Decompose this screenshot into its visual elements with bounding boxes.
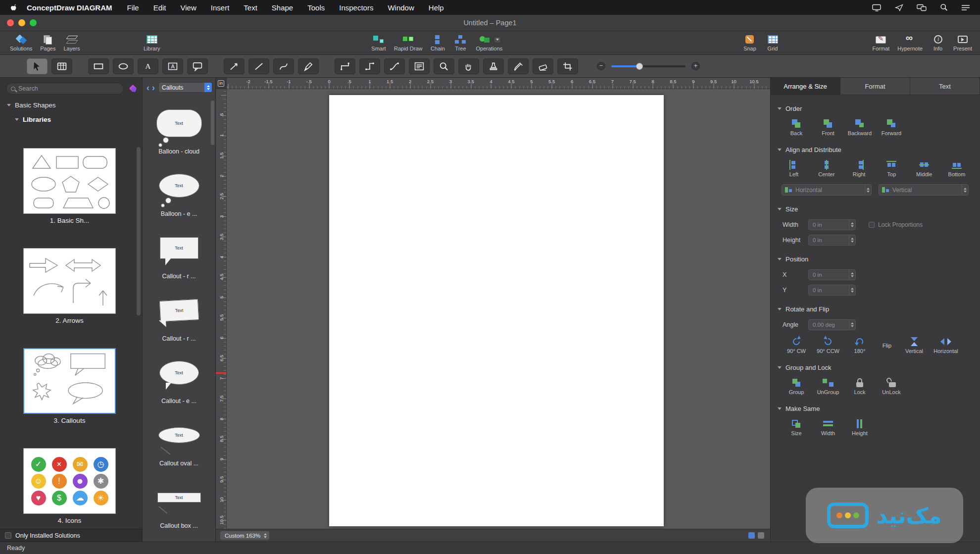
angle-input[interactable]: 0.00 deg <box>808 319 856 330</box>
library-item-callout-oval[interactable]: Text Callout oval ... <box>143 411 215 474</box>
layers-button[interactable]: Layers <box>59 32 84 51</box>
arrow-line-tool[interactable] <box>224 58 245 74</box>
order-backward-button[interactable]: Backward <box>844 119 876 136</box>
close-button[interactable] <box>7 19 14 26</box>
stepper-icon[interactable] <box>849 235 855 245</box>
chain-button[interactable]: Chain <box>426 32 449 51</box>
operations-button[interactable]: Operations <box>472 32 506 51</box>
order-front-button[interactable]: Front <box>812 119 844 136</box>
menu-help[interactable]: Help <box>429 3 444 12</box>
size-section-title[interactable]: Size <box>778 205 980 213</box>
elbow-connector-tool[interactable] <box>359 58 380 74</box>
selector-stepper-icon[interactable] <box>204 83 212 92</box>
ellipse-tool[interactable] <box>113 58 134 74</box>
tab-arrange-size[interactable]: Arrange & Size <box>771 78 840 95</box>
library-selector[interactable]: Callouts <box>158 82 212 93</box>
solutions-button[interactable]: Solutions <box>6 32 36 51</box>
unlock-button[interactable]: UnLock <box>876 378 907 395</box>
group-button[interactable]: Group <box>781 378 812 395</box>
tab-text[interactable]: Text <box>910 78 980 95</box>
drawing-area[interactable] <box>227 89 770 529</box>
library-card-icons[interactable]: ✓ × ✉ ◷ ☺ ! ☻ <box>23 448 116 524</box>
disclosure-triangle-icon[interactable] <box>778 107 782 110</box>
search-box[interactable] <box>6 83 124 95</box>
menu-list-icon[interactable] <box>961 4 970 11</box>
lock-proportions-checkbox[interactable]: Lock Proportions <box>869 221 923 228</box>
align-right-button[interactable]: Right <box>845 160 874 177</box>
grid-button[interactable]: Grid <box>761 32 784 51</box>
disclosure-triangle-icon[interactable] <box>778 308 782 310</box>
ruler-unit-box[interactable]: in <box>216 78 227 89</box>
tab-format[interactable]: Format <box>840 78 910 95</box>
library-card-callouts[interactable]: 3. Callouts <box>23 348 116 424</box>
tree-basic-shapes[interactable]: Basic Shapes <box>7 101 142 109</box>
library-button[interactable]: Library <box>140 32 164 51</box>
pan-tool[interactable] <box>458 58 479 74</box>
menu-inspectors[interactable]: Inspectors <box>339 3 373 12</box>
snap-button[interactable]: Snap <box>738 32 761 51</box>
menu-insert[interactable]: Insert <box>211 3 230 12</box>
align-left-button[interactable]: Left <box>780 160 808 177</box>
sidebar-scrollbar[interactable] <box>137 147 141 315</box>
menu-window[interactable]: Window <box>388 3 414 12</box>
direct-connector-tool[interactable] <box>335 58 355 74</box>
zoom-level-control[interactable]: Custom 163% <box>220 531 270 540</box>
page-view-icon[interactable] <box>748 532 755 539</box>
zoom-out-button[interactable]: − <box>597 62 605 70</box>
callout-tool[interactable] <box>187 58 208 74</box>
align-center-button[interactable]: Center <box>812 160 841 177</box>
operations-dropdown-icon[interactable] <box>494 37 501 43</box>
menu-view[interactable]: View <box>181 3 196 12</box>
menu-file[interactable]: File <box>127 3 139 12</box>
group-section-title[interactable]: Group and Lock <box>778 364 980 371</box>
library-item-balloon-cloud[interactable]: Text Balloon - cloud <box>143 100 215 162</box>
text-tool[interactable] <box>138 58 158 74</box>
menu-edit[interactable]: Edit <box>153 3 166 12</box>
flip-vertical-button[interactable]: Vertical <box>898 337 930 354</box>
align-section-title[interactable]: Align and Distribute <box>778 146 980 153</box>
menu-tools[interactable]: Tools <box>307 3 325 12</box>
rotate-180-button[interactable]: 180° <box>844 337 876 354</box>
disclosure-triangle-icon[interactable] <box>778 258 782 260</box>
tree-button[interactable]: Tree <box>449 32 472 51</box>
document-page[interactable] <box>329 95 664 526</box>
library-item-callout-rect[interactable]: Text Callout - r ... <box>143 224 215 287</box>
forward-chevron-icon[interactable]: › <box>152 84 155 91</box>
order-section-title[interactable]: Order <box>778 105 980 112</box>
y-input[interactable]: 0 in <box>808 285 856 296</box>
page-add-icon[interactable] <box>758 532 764 539</box>
library-item-callout-box[interactable]: Text Callout box ... <box>143 474 215 536</box>
rotate-90-cw-button[interactable]: 90° CW <box>781 337 812 354</box>
make-same-section-title[interactable]: Make Same <box>778 405 980 412</box>
rapid-draw-button[interactable]: Rapid Draw <box>390 32 426 51</box>
disclosure-triangle-icon[interactable] <box>778 366 782 369</box>
disclosure-triangle-icon[interactable] <box>15 118 19 121</box>
apple-menu[interactable] <box>10 3 17 12</box>
smart-connector-tool[interactable] <box>384 58 405 74</box>
displays-icon[interactable] <box>917 4 927 11</box>
distribute-vertical-select[interactable]: Vertical <box>879 184 969 196</box>
library-item-balloon-ellipse[interactable]: Text Balloon - e ... <box>143 162 215 224</box>
only-installed-checkbox[interactable] <box>5 532 11 539</box>
rotate-90-ccw-button[interactable]: 90° CCW <box>812 337 844 354</box>
smart-button[interactable]: Smart <box>367 32 390 51</box>
disclosure-triangle-icon[interactable] <box>778 149 782 151</box>
ungroup-button[interactable]: UnGroup <box>812 378 844 395</box>
flip-horizontal-button[interactable]: Horizontal <box>930 337 962 354</box>
table-tool[interactable] <box>51 58 72 74</box>
stamp-tool[interactable] <box>483 58 504 74</box>
stepper-icon[interactable] <box>849 220 855 230</box>
menu-text[interactable]: Text <box>244 3 257 12</box>
search-input[interactable] <box>18 85 119 92</box>
x-input[interactable]: 0 in <box>808 269 856 280</box>
rotate-section-title[interactable]: Rotate and Flip <box>778 305 980 313</box>
align-top-button[interactable]: Top <box>877 160 906 177</box>
library-card-arrows[interactable]: 2. Arrows <box>23 248 116 324</box>
height-input[interactable]: 0 in <box>808 235 856 246</box>
curve-tool[interactable] <box>273 58 294 74</box>
send-cursor-icon[interactable] <box>895 4 903 11</box>
format-button[interactable]: Format <box>868 32 893 51</box>
align-bottom-button[interactable]: Bottom <box>942 160 971 177</box>
library-scrollbar[interactable] <box>211 101 214 145</box>
distribute-horizontal-select[interactable]: Horizontal <box>782 184 872 196</box>
